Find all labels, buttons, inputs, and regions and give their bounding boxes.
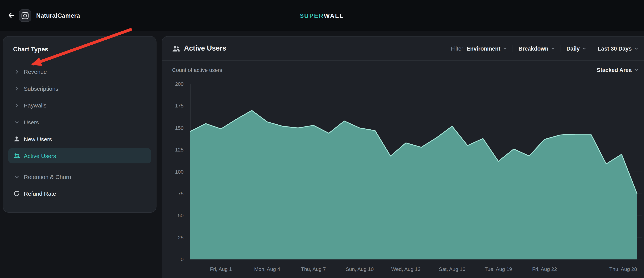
breakdown-dropdown-value: Breakdown — [518, 45, 548, 51]
refresh-icon — [13, 190, 20, 197]
x-axis-tick: Sat, Aug 16 — [439, 267, 465, 272]
date-range-dropdown-value: Last 30 Days — [598, 45, 632, 51]
chevron-down-icon — [634, 46, 638, 50]
sidebar-item-retention-churn[interactable]: Retention & Churn — [3, 168, 156, 185]
x-axis-tick: Tue, Aug 19 — [484, 267, 512, 272]
breakdown-dropdown[interactable]: Breakdown — [518, 45, 555, 51]
y-axis-tick: 125 — [162, 147, 184, 153]
y-axis-tick: 150 — [162, 125, 184, 131]
x-axis-tick: Fri, Aug 22 — [532, 267, 557, 272]
people-icon — [13, 152, 20, 159]
y-axis-tick: 200 — [162, 81, 184, 87]
page-title: Active Users — [184, 44, 226, 53]
y-axis-tick: 50 — [162, 212, 184, 219]
sidebar-item-label: Refund Rate — [24, 190, 56, 197]
y-axis-tick: 175 — [162, 103, 184, 109]
logo-prefix: $UPER — [300, 12, 324, 19]
date-range-dropdown[interactable]: Last 30 Days — [598, 45, 639, 51]
person-icon — [13, 136, 20, 142]
sidebar-item-refund-rate[interactable]: Refund Rate — [3, 185, 156, 202]
chevron-down-icon — [503, 46, 507, 50]
sidebar-item-label: Paywalls — [24, 102, 46, 109]
sidebar-item-label: Revenue — [24, 68, 47, 75]
sidebar-item-new-users[interactable]: New Users — [3, 131, 156, 147]
sidebar-item-label: Active Users — [24, 152, 56, 159]
chevron-down-icon — [582, 46, 587, 50]
y-axis-tick: 0 — [162, 256, 184, 263]
top-bar: NaturalCamera $UPERWALL — [0, 0, 644, 31]
x-axis-tick: Thu, Aug 28 — [610, 267, 637, 272]
people-icon — [172, 45, 180, 52]
y-axis-tick: 75 — [162, 190, 184, 197]
y-axis-tick: 25 — [162, 234, 184, 241]
app-window: NaturalCamera $UPERWALL Chart Types Reve… — [0, 0, 644, 278]
x-axis-tick: Mon, Aug 4 — [254, 267, 280, 272]
divider — [592, 45, 592, 52]
sidebar-item-subscriptions[interactable]: Subscriptions — [3, 80, 156, 97]
sidebar-item-paywalls[interactable]: Paywalls — [3, 97, 156, 114]
filter-label: Filter — [451, 45, 463, 51]
divider — [561, 45, 561, 52]
app-icon — [19, 9, 31, 21]
back-button[interactable] — [6, 10, 16, 21]
area-series — [190, 110, 637, 259]
interval-dropdown[interactable]: Daily — [566, 45, 587, 51]
environment-dropdown[interactable]: Environment — [466, 45, 507, 51]
logo-suffix: WALL — [324, 12, 344, 19]
chevron-right-icon — [13, 68, 20, 75]
chart-type-dropdown[interactable]: Stacked Area — [597, 67, 638, 73]
chart-panel-header: Active Users Filter Environment Breakdow… — [162, 36, 644, 61]
chart-panel: Active Users Filter Environment Breakdow… — [162, 36, 644, 278]
chevron-down-icon — [13, 119, 20, 125]
y-axis-tick: 100 — [162, 168, 184, 175]
chevron-down-icon — [13, 173, 20, 180]
sidebar-item-label: New Users — [24, 136, 52, 142]
sidebar-item-revenue[interactable]: Revenue — [3, 63, 156, 80]
panel-title: Chart Types — [3, 36, 156, 60]
x-axis-tick: Thu, Aug 7 — [301, 267, 326, 272]
app-name: NaturalCamera — [36, 12, 80, 19]
arrow-left-icon — [7, 11, 15, 19]
chart-controls: Filter Environment Breakdown Daily La — [451, 45, 638, 52]
chevron-right-icon — [13, 102, 20, 109]
sidebar-item-label: Users — [24, 119, 39, 125]
chart-types-panel: Chart Types Revenue Subscriptions Paywal… — [3, 36, 156, 213]
x-axis-tick: Sun, Aug 10 — [346, 267, 374, 272]
chart-subheader: Count of active users Stacked Area — [162, 61, 644, 73]
chevron-right-icon — [13, 85, 20, 92]
chevron-down-icon — [551, 46, 555, 50]
superwall-logo: $UPERWALL — [300, 12, 344, 19]
x-axis-tick: Wed, Aug 13 — [391, 267, 420, 272]
x-axis-tick: Fri, Aug 1 — [210, 267, 232, 272]
chevron-down-icon — [634, 68, 638, 72]
interval-dropdown-value: Daily — [566, 45, 580, 51]
sidebar-item-label: Subscriptions — [24, 85, 58, 92]
chart-type-list: Revenue Subscriptions Paywalls Users — [3, 60, 156, 202]
sidebar-item-users[interactable]: Users — [3, 114, 156, 131]
area-chart — [190, 84, 642, 260]
chart-type-dropdown-value: Stacked Area — [597, 67, 632, 73]
chart-subtitle: Count of active users — [172, 67, 222, 73]
divider — [513, 45, 513, 52]
sidebar-item-active-users[interactable]: Active Users — [8, 148, 151, 163]
sidebar-item-label: Retention & Churn — [24, 173, 71, 180]
environment-dropdown-value: Environment — [466, 45, 500, 51]
camera-icon — [21, 11, 29, 20]
